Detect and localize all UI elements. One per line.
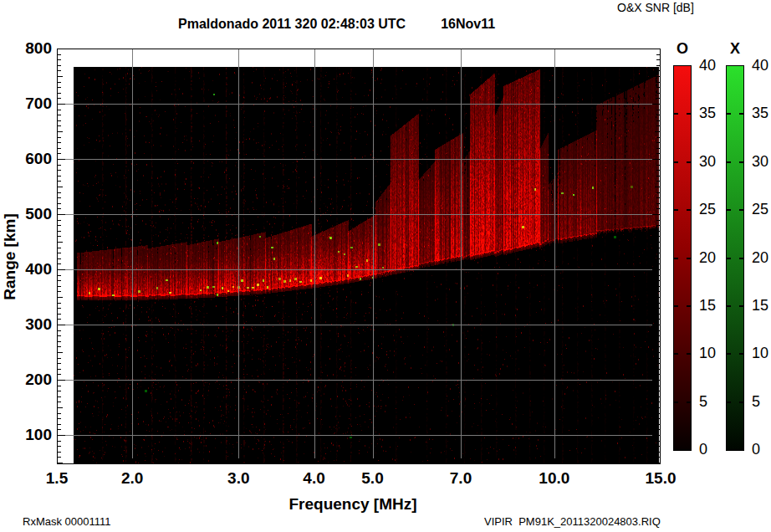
ionogram-window: Pmaldonado 2011 320 02:48:03 UTC 16Nov11… <box>0 0 771 532</box>
x-tick-label: 5.0 <box>346 470 400 487</box>
colorbar-tick <box>687 209 691 211</box>
colorbar-tick-label: 30 <box>752 154 768 169</box>
y-tick-label: 500 <box>15 206 52 223</box>
x-tick-label: 7.0 <box>434 470 488 487</box>
y-tick-label: 300 <box>15 316 52 333</box>
colorbar-tick-label: 5 <box>752 394 760 409</box>
colorbar-tick <box>687 161 691 163</box>
x-colorbar-header: X <box>718 40 752 58</box>
colorbar-tick-label: 25 <box>699 202 716 217</box>
x-colorbar <box>726 65 744 451</box>
y-tick-label: 700 <box>15 95 52 112</box>
colorbar-tick <box>674 353 678 355</box>
colorbar-tick <box>739 113 743 115</box>
colorbar-tick-label: 10 <box>699 345 716 361</box>
y-tick-label: 600 <box>15 151 52 167</box>
colorbar-tick-label: 0 <box>752 442 760 457</box>
colorbar-tick <box>674 209 678 211</box>
colorbar-tick <box>739 161 743 163</box>
colorbar-tick <box>739 402 743 403</box>
colorbar-tick <box>687 353 691 355</box>
colorbar-tick-label: 20 <box>752 250 768 265</box>
colorbar-tick <box>739 209 743 211</box>
x-tick-label: 15.0 <box>634 470 687 487</box>
x-tick-label: 1.5 <box>30 470 84 487</box>
colorbar-tick-label: 25 <box>752 202 768 217</box>
colorbar-tick <box>727 113 731 115</box>
colorbar-tick <box>687 113 691 115</box>
title-line: Pmaldonado 2011 320 02:48:03 UTC 16Nov11 <box>178 17 495 32</box>
colorbar-tick <box>727 402 731 403</box>
colorbar-tick-label: 40 <box>752 58 768 73</box>
colorbar-tick <box>674 113 678 115</box>
date-label: 16Nov11 <box>441 17 495 32</box>
rxmask-label: RxMask 00001111 <box>23 515 111 528</box>
colorbar-tick <box>739 305 743 307</box>
colorbar-tick <box>739 258 743 259</box>
colorbar-tick-label: 15 <box>752 298 768 313</box>
colorbar-tick-label: 35 <box>699 105 716 120</box>
x-tick-label: 10.0 <box>528 470 581 487</box>
colorbar-tick-label: 35 <box>752 105 768 120</box>
x-axis-label: Frequency [MHz] <box>286 495 420 514</box>
y-tick-label: 200 <box>15 371 52 388</box>
colorbar-tick <box>727 353 731 355</box>
colorbar-tick-label: 10 <box>752 345 768 361</box>
x-tick-label: 3.0 <box>212 470 265 487</box>
y-tick-label: 400 <box>15 261 52 278</box>
colorbar-tick <box>727 258 731 259</box>
y-axis-label: Range [km] <box>1 190 19 324</box>
colorbar-tick <box>687 402 691 403</box>
colorbar-tick-label: 40 <box>699 58 716 73</box>
o-colorbar <box>673 65 692 451</box>
colorbar-tick-label: 0 <box>699 442 707 457</box>
colorbar-tick <box>674 258 678 259</box>
colorbar-tick <box>727 305 731 307</box>
colorbar-tick <box>687 258 691 259</box>
o-colorbar-header: O <box>666 40 699 58</box>
colorbar-tick <box>727 209 731 211</box>
y-tick-label: 100 <box>15 427 52 443</box>
colorbar-tick-label: 5 <box>699 394 707 409</box>
filename-label: VIPIR PM91K_2011320024803.RIQ <box>484 515 661 528</box>
colorbar-tick <box>739 353 743 355</box>
x-tick-label: 4.0 <box>288 470 341 487</box>
page-title: Pmaldonado 2011 320 02:48:03 UTC <box>178 17 406 32</box>
colorbar-tick <box>674 402 678 403</box>
ionogram-plot-canvas <box>57 49 661 464</box>
x-tick-label: 2.0 <box>105 470 159 487</box>
colorbar-tick <box>674 305 678 307</box>
y-tick-label: 800 <box>15 40 52 57</box>
colorbar-tick <box>674 161 678 163</box>
colorbar-tick <box>687 305 691 307</box>
colorbar-title: O&X SNR [dB] <box>617 1 694 14</box>
colorbar-tick-label: 20 <box>699 250 716 265</box>
colorbar-tick-label: 15 <box>699 298 716 313</box>
colorbar-tick-label: 30 <box>699 154 716 169</box>
colorbar-tick <box>727 161 731 163</box>
